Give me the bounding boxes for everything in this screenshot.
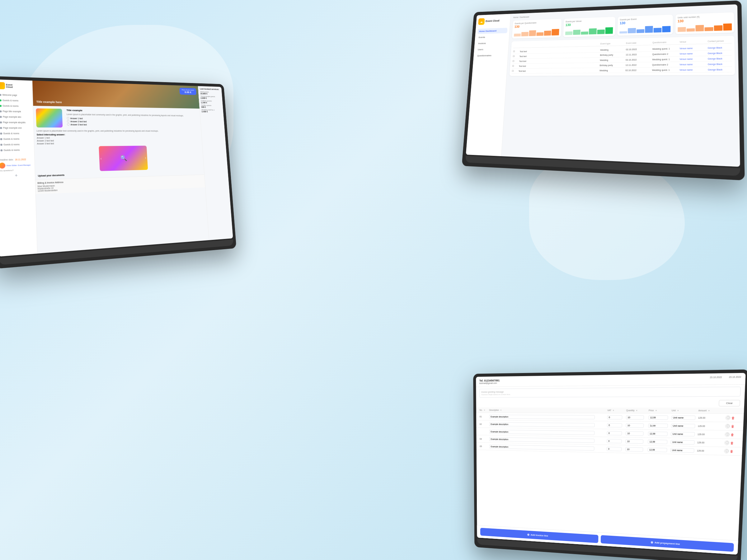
event-nav-guests-2[interactable]: Guests & rooms <box>0 103 31 109</box>
radio-option-2[interactable]: Answer 2 text text <box>67 120 199 124</box>
row3-delete-button[interactable]: 🗑 <box>730 433 734 436</box>
row4-delete-button[interactable]: 🗑 <box>730 441 734 445</box>
event-nav-welcome[interactable]: Welcome page <box>0 92 30 98</box>
event-name: Test text <box>519 64 598 67</box>
col-price-header: Price ▼ <box>649 409 672 411</box>
row3-quantity-input[interactable] <box>626 431 644 435</box>
event-contact[interactable]: George Black <box>708 63 732 65</box>
row1-info-button[interactable]: ⓘ <box>725 415 730 420</box>
event-nav-page-abc[interactable]: Page example abc <box>0 114 31 119</box>
event-venue[interactable]: Venue name <box>679 58 706 60</box>
nav-dot-4 <box>0 116 2 117</box>
row1-price-input[interactable] <box>648 415 668 420</box>
invoice-greeting-area[interactable]: Invoice greeting message Autosize height… <box>479 387 741 398</box>
event-name: Test text <box>520 49 599 52</box>
event-nav-guests-4[interactable]: Guests & rooms <box>0 137 32 141</box>
col-price-filter-icon[interactable]: ▼ <box>655 409 657 411</box>
col-amount-filter-icon[interactable]: ▼ <box>708 409 710 411</box>
row1-actions: ⓘ 🗑 <box>725 415 740 420</box>
row3-description-input[interactable] <box>489 430 594 435</box>
carousel-next-button[interactable]: › <box>145 156 146 160</box>
row2-vat-input[interactable] <box>607 423 622 427</box>
row1-vat-input[interactable] <box>607 415 622 419</box>
row-check[interactable]: ☐ <box>512 65 518 68</box>
add-section-button[interactable]: + <box>0 172 33 178</box>
row1-quantity-input[interactable] <box>626 415 644 419</box>
row-check[interactable]: ☐ <box>512 70 518 72</box>
dashboard-nav-users[interactable]: Users <box>476 46 506 52</box>
col-description-filter-icon[interactable]: ▼ <box>500 409 502 411</box>
row-check[interactable]: ☐ <box>513 60 518 62</box>
row5-price-input[interactable] <box>648 447 667 452</box>
row4-description-input[interactable] <box>489 437 594 443</box>
row3-vat-input[interactable] <box>607 431 622 435</box>
row-check[interactable]: ☐ <box>513 55 518 58</box>
nav-label-5: Page example abcpbls <box>3 121 26 124</box>
event-deadline-section: Deadline date: 18.11.2022 Victor Editer-… <box>0 153 33 172</box>
event-contact[interactable]: George Black <box>708 57 732 60</box>
dashboard-nav-invoices[interactable]: Invoices <box>476 40 507 46</box>
row5-delete-button[interactable]: 🗑 <box>730 449 733 453</box>
row5-unit-input[interactable] <box>670 448 694 453</box>
row5-quantity-input[interactable] <box>625 447 643 451</box>
col-no-filter-icon[interactable]: ▼ <box>484 409 485 411</box>
col-unit-filter-icon[interactable]: ▼ <box>677 409 679 411</box>
row4-vat-input[interactable] <box>607 439 622 443</box>
event-nav-page-abcpbls[interactable]: Page example abcpbls <box>0 120 31 125</box>
dashboard-nav-events[interactable]: Events <box>477 34 507 40</box>
event-nav-guests-3[interactable]: Guests & rooms <box>0 131 32 136</box>
row1-description-input[interactable] <box>489 415 595 419</box>
event-contact[interactable]: George Black <box>708 68 732 71</box>
add-invoice-line-label: Add Invoice line <box>531 534 548 537</box>
event-venue[interactable]: Venue name <box>679 69 706 71</box>
row-check[interactable]: ☐ <box>513 50 519 53</box>
row1-unit-input[interactable] <box>671 415 696 420</box>
event-venue[interactable]: Venue name <box>679 63 706 65</box>
col-quantity-filter-icon[interactable]: ▼ <box>636 409 638 411</box>
col-vat-filter-icon[interactable]: ▼ <box>613 409 614 411</box>
row2-unit-input[interactable] <box>671 423 695 428</box>
row3-info-button[interactable]: ⓘ <box>725 432 729 437</box>
carousel-prev-button[interactable]: ‹ <box>101 157 102 160</box>
event-contact[interactable]: George Black <box>708 46 732 49</box>
row2-info-button[interactable]: ⓘ <box>725 424 730 428</box>
row3-unit-input[interactable] <box>671 432 695 436</box>
event-venue[interactable]: Venue name <box>679 47 706 50</box>
row4-info-button[interactable]: ⓘ <box>724 441 729 445</box>
event-nav-guests-6[interactable]: Guests & rooms <box>0 148 32 153</box>
dashboard-nav-home[interactable]: Home Dashboard <box>478 28 508 34</box>
row3-actions: ⓘ 🗑 <box>725 432 739 437</box>
event-nav-guests-5[interactable]: Guests & rooms <box>0 142 32 147</box>
event-carousel[interactable]: ‹ 🔍 › <box>99 145 148 171</box>
row5-info-button[interactable]: ⓘ <box>724 449 729 453</box>
row5-description-input[interactable] <box>489 445 594 451</box>
row5-vat-input[interactable] <box>607 447 622 451</box>
row4-unit-input[interactable] <box>670 440 694 445</box>
row2-quantity-input[interactable] <box>626 423 644 427</box>
row4-price-input[interactable] <box>648 439 667 444</box>
booked-item-hall: Wedding Hall No.1 3.499 € <box>201 109 222 113</box>
event-logo: EventCloud <box>0 82 30 90</box>
row3-price-input[interactable] <box>648 431 668 436</box>
nav-label-8: Guests & rooms <box>3 138 20 140</box>
event-nav-page-title[interactable]: Page title example <box>0 109 31 114</box>
row2-delete-button[interactable]: 🗑 <box>731 424 735 428</box>
radio-option-3[interactable]: Answer 3 text text <box>67 123 199 126</box>
dashboard-nav-questionnaires[interactable]: Questionnaires <box>475 53 506 58</box>
event-venue[interactable]: Venue name <box>679 52 706 55</box>
event-quest: Wedding quest. 1 <box>652 58 678 60</box>
event-nav-guests-1[interactable]: Guests & rooms <box>0 98 31 103</box>
row1-delete-button[interactable]: 🗑 <box>731 416 735 420</box>
clear-button[interactable]: Clear <box>719 400 740 407</box>
event-nav-page-one[interactable]: Page example one <box>0 125 31 130</box>
radio-dot-1 <box>67 117 70 119</box>
row2-price-input[interactable] <box>648 423 668 428</box>
row2-description-input[interactable] <box>489 422 595 427</box>
event-contact[interactable]: George Black <box>708 52 732 54</box>
row4-quantity-input[interactable] <box>626 439 644 443</box>
event-date: 02.10.2022 <box>626 58 651 61</box>
col-contact: Contact person <box>708 39 732 42</box>
any-questions-label: Any questions? <box>0 169 33 172</box>
invoice-table: No. ▼ Description ▼ VAT ▼ Quantity <box>476 407 744 541</box>
row5-no: 05 <box>480 445 489 447</box>
